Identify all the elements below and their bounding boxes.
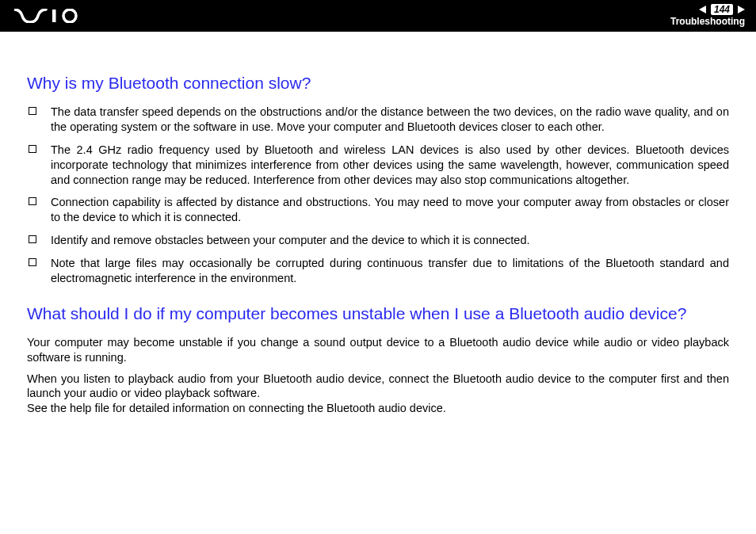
paragraph: When you listen to playback audio from y… [27, 372, 729, 417]
page-nav: 144 [699, 4, 745, 15]
header-right: 144 Troubleshooting [670, 4, 745, 27]
list-item: Connection capability is affected by dis… [27, 195, 729, 225]
square-bullet-icon [29, 258, 36, 266]
list-item: Identify and remove obstacles between yo… [27, 233, 729, 248]
bullet-list-slow: The data transfer speed depends on the o… [27, 105, 729, 285]
bullet-text: Connection capability is affected by dis… [51, 196, 729, 223]
heading-bluetooth-unstable: What should I do if my computer becomes … [27, 303, 729, 324]
bullet-text: Note that large files may occasionally b… [51, 257, 729, 284]
heading-bluetooth-slow: Why is my Bluetooth connection slow? [27, 73, 729, 93]
bullet-text: Identify and remove obstacles between yo… [51, 234, 530, 246]
header-bar: n N 144 Troubleshooting [0, 0, 756, 32]
bullet-text: The 2.4 GHz radio frequency used by Blue… [51, 143, 729, 186]
page-number: 144 [711, 4, 733, 15]
square-bullet-icon [29, 145, 36, 153]
section-label: Troubleshooting [670, 16, 745, 27]
page-content: Why is my Bluetooth connection slow? The… [0, 32, 756, 416]
list-item: Note that large files may occasionally b… [27, 256, 729, 286]
square-bullet-icon [29, 235, 36, 243]
prev-page-arrow-icon[interactable] [699, 6, 706, 13]
square-bullet-icon [29, 107, 36, 115]
svg-rect-0 [52, 10, 56, 22]
bullet-text: The data transfer speed depends on the o… [51, 105, 729, 133]
svg-point-1 [63, 10, 76, 22]
paragraph: Your computer may become unstable if you… [27, 335, 729, 365]
hidden-marker: n N [87, 2, 100, 10]
list-item: The 2.4 GHz radio frequency used by Blue… [27, 143, 729, 188]
next-page-arrow-icon[interactable] [738, 6, 745, 13]
vaio-logo [14, 9, 94, 23]
square-bullet-icon [29, 197, 36, 205]
list-item: The data transfer speed depends on the o… [27, 105, 729, 135]
